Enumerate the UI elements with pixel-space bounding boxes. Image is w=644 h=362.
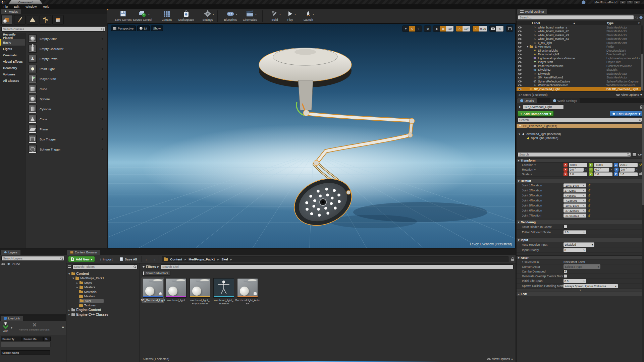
camera-speed-button[interactable] <box>490 26 496 32</box>
category-cinematic[interactable]: Cinematic <box>0 52 25 58</box>
rotation-z-value[interactable]: 0.0 ° <box>620 168 635 172</box>
add-component-button[interactable]: +Add Component <box>518 111 554 117</box>
outliner-search-input[interactable] <box>518 15 634 20</box>
move-tool-button[interactable]: + <box>402 26 409 32</box>
drag-grip[interactable] <box>102 128 103 130</box>
spinbox-drag-icon[interactable] <box>582 230 586 234</box>
expander-icon[interactable] <box>68 313 70 316</box>
menu-edit[interactable]: Edit <box>14 5 19 8</box>
rotation-y-value[interactable]: 0.0 ° <box>594 168 609 172</box>
maximize-button[interactable]: □ <box>627 0 633 4</box>
rotation-snap-toggle[interactable]: △ <box>456 26 463 32</box>
joint-value[interactable]: 27.42857 <box>565 189 576 192</box>
layer-row-cube[interactable]: Cube <box>1 262 20 266</box>
spinbox-drag-icon[interactable] <box>582 184 586 187</box>
eye-icon[interactable] <box>518 60 522 64</box>
eye-icon[interactable] <box>518 29 522 33</box>
tab-layers[interactable]: Layers <box>1 250 20 255</box>
expander-icon[interactable] <box>527 45 528 48</box>
show-dropdown[interactable]: Show <box>151 25 163 31</box>
spinbox-drag-icon[interactable] <box>582 279 586 283</box>
drag-grip[interactable] <box>102 138 103 140</box>
convert-actor-dropdown[interactable]: Select a Type <box>564 264 600 269</box>
joint-value[interactable]: 7.466667 <box>565 194 576 197</box>
placeable-plane[interactable]: Plane <box>26 124 107 134</box>
drag-grip[interactable] <box>102 38 103 40</box>
asset-physics-asset[interactable]: overhead_light_PhysicsAsset <box>189 278 211 306</box>
property-search-input[interactable] <box>518 152 631 157</box>
outliner-view-options[interactable]: View Options <box>616 93 642 97</box>
scale-lock-icon[interactable] <box>639 173 642 175</box>
tab-content-browser[interactable]: Content Browser <box>67 250 100 255</box>
tab-live-link[interactable]: Live Link <box>1 316 23 321</box>
document-tab[interactable]: Overview* <box>8 0 43 4</box>
settings-button[interactable]: Settings <box>198 9 217 21</box>
eye-icon[interactable] <box>518 83 522 87</box>
spinbox-drag-icon[interactable] <box>584 168 588 171</box>
import-button[interactable]: ↓Import <box>98 256 114 262</box>
forward-arrow-icon[interactable]: → <box>152 257 156 262</box>
component-search-input[interactable] <box>518 118 643 122</box>
outliner-row[interactable]: WindDirectionalSource1WindDirectionalSou… <box>517 83 641 87</box>
location-y-value[interactable]: -400.0 <box>594 163 612 167</box>
auto-receive-input-dropdown[interactable]: Disabled <box>564 242 594 247</box>
priority-value[interactable]: 0 <box>565 248 566 252</box>
drag-grip[interactable] <box>102 58 103 60</box>
component-overhead-light[interactable]: overhead_light (Inherited) <box>517 132 644 136</box>
grid-snap-toggle[interactable]: ▦ <box>440 26 446 32</box>
outliner-row[interactable]: SkyMeshStaticMeshActor <box>517 72 641 76</box>
asset-overhead-light[interactable]: overhead_light <box>165 278 187 303</box>
edit-blueprint-button[interactable]: ✱Edit Blueprint <box>610 111 643 117</box>
rotation-snap-value[interactable]: 10° <box>463 26 470 32</box>
eye-icon[interactable] <box>1 262 5 266</box>
add-new-button[interactable]: Add New <box>68 256 95 262</box>
outliner-row[interactable]: white_board_marker_a2StaticMeshActor <box>517 29 641 34</box>
filters-button[interactable]: Filters <box>142 265 159 269</box>
location-x-value[interactable]: 880.0 <box>569 163 587 167</box>
outliner-row[interactable]: Player StartPlayerStart <box>517 60 641 64</box>
tree-masters[interactable]: Masters <box>68 285 139 290</box>
revert-icon[interactable] <box>588 209 590 213</box>
asset-bp-overhead-light[interactable]: BP_Overhead_Light <box>142 278 164 303</box>
damaged-checkbox[interactable] <box>564 269 567 273</box>
eye-icon[interactable] <box>518 57 522 60</box>
eye-icon[interactable] <box>518 76 522 79</box>
joint-value[interactable]: -10.971479 <box>565 204 579 207</box>
spinbox-drag-icon[interactable] <box>610 168 613 171</box>
spinbox-drag-icon[interactable] <box>582 194 586 197</box>
outliner-row[interactable]: PostProcessVolumePostProcessVolume <box>517 64 641 68</box>
outliner-row[interactable]: white_board_marker_a3StaticMeshActor <box>517 33 641 37</box>
mode-landscape-button[interactable] <box>27 15 38 24</box>
tab-world-outliner[interactable]: World Outliner <box>517 9 547 14</box>
component-spotlight[interactable]: SpotLight (Inherited) <box>517 136 644 140</box>
property-matrix-icon[interactable] <box>632 153 636 157</box>
chevrons-right-icon[interactable]: » <box>62 324 64 329</box>
revert-icon[interactable] <box>588 204 590 207</box>
show-redirectors-filter[interactable]: Show Redirectors <box>142 271 170 276</box>
launch-button[interactable]: Launch <box>299 9 318 21</box>
outliner-row[interactable]: LightmassImportanceVolumeLightmassImport… <box>517 56 641 60</box>
outliner-scrollbar[interactable] <box>641 25 643 91</box>
lock-icon[interactable] <box>511 259 514 261</box>
placeable-cylinder[interactable]: Cylinder <box>26 104 107 114</box>
billboard-value[interactable]: 1.0 <box>565 231 569 234</box>
perspective-dropdown[interactable]: Perspective <box>111 25 136 31</box>
eye-icon[interactable] <box>518 80 522 83</box>
placeable-cube[interactable]: Cube <box>26 84 107 94</box>
placeable-empty-actor[interactable]: Empty Actor <box>26 34 107 44</box>
outliner-row[interactable]: white_board_marker_a4StaticMeshActor <box>517 37 641 41</box>
section-rendering[interactable]: Rendering <box>517 220 644 224</box>
tree-textures[interactable]: Textures <box>68 303 139 308</box>
minimize-button[interactable]: – <box>620 0 626 4</box>
mode-geometry-button[interactable] <box>52 15 64 24</box>
expander-icon[interactable] <box>76 286 78 289</box>
property-label[interactable]: Scale <box>522 173 530 176</box>
lifespan-value[interactable]: 0.0 <box>565 280 569 283</box>
eye-icon[interactable] <box>518 37 522 41</box>
overlap-checkbox[interactable] <box>564 274 567 278</box>
breadcrumb-medprops[interactable]: MedProps_Pack1 <box>189 257 215 261</box>
placeable-point-light[interactable]: Point Light <box>26 64 107 74</box>
revert-icon[interactable] <box>588 199 590 202</box>
joint-value[interactable]: -21.942873 <box>565 214 579 218</box>
revert-icon[interactable] <box>588 189 590 192</box>
